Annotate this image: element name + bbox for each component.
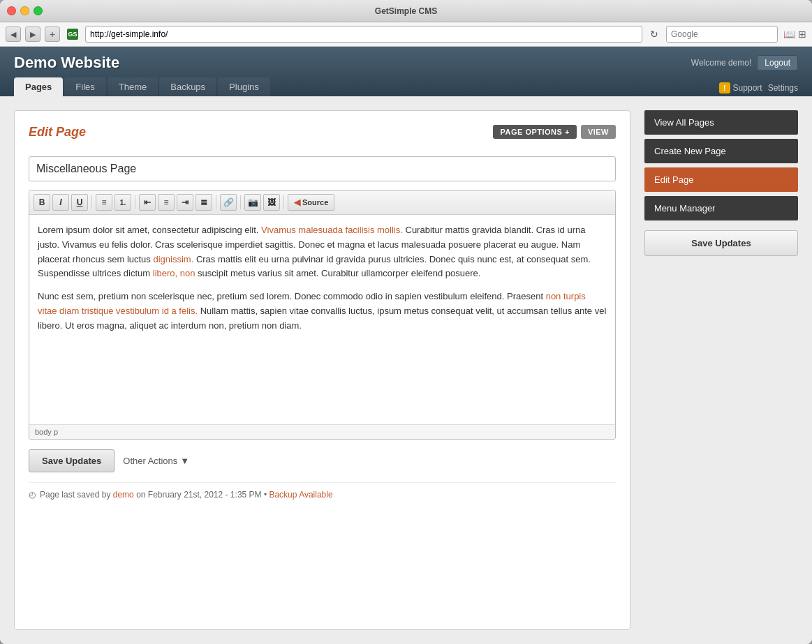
- tab-plugins[interactable]: Plugins: [218, 77, 270, 96]
- editor-tag-indicator: body p: [35, 428, 58, 436]
- page-info-user-link[interactable]: demo: [113, 490, 134, 500]
- forward-button[interactable]: ▶: [25, 27, 40, 42]
- minimize-button[interactable]: [20, 6, 29, 15]
- editor-wrapper: B I U ≡ 1. ⇤ ≡ ⇥ ≣ 🔗 📷 🖼: [29, 190, 616, 440]
- link-button[interactable]: 🔗: [220, 194, 237, 211]
- page-options-button[interactable]: PAGE OPTIONS +: [493, 125, 576, 139]
- chevron-down-icon: ▼: [180, 456, 189, 466]
- create-new-page-button[interactable]: Create New Page: [644, 139, 798, 163]
- back-button[interactable]: ◀: [6, 27, 21, 42]
- toolbar-separator-5: [283, 195, 284, 209]
- editor-content[interactable]: Lorem ipsum dolor sit amet, consectetur …: [29, 215, 615, 424]
- view-button[interactable]: VIEW: [581, 125, 616, 139]
- menu-manager-button[interactable]: Menu Manager: [644, 196, 798, 220]
- content-paragraph-1: Lorem ipsum dolor sit amet, consectetur …: [38, 223, 607, 281]
- source-button[interactable]: ◀ Source: [288, 194, 334, 211]
- page-info-footer: ◴ Page last saved by demo on February 21…: [29, 482, 616, 500]
- page-section-title: Edit Page: [29, 125, 86, 140]
- italic-button[interactable]: I: [52, 194, 69, 211]
- search-input[interactable]: [666, 26, 778, 43]
- align-center-button[interactable]: ≡: [158, 194, 175, 211]
- toolbar-separator-4: [240, 195, 241, 209]
- align-justify-button[interactable]: ≣: [195, 194, 212, 211]
- tab-files[interactable]: Files: [64, 77, 105, 96]
- page-info-text: Page last saved by demo on February 21st…: [40, 490, 333, 500]
- window-controls: [7, 6, 43, 15]
- cms-logo: Demo Website: [14, 54, 119, 72]
- nav-tabs: Pages Files Theme Backups Plugins: [14, 77, 270, 96]
- edit-page-button[interactable]: Edit Page: [644, 167, 798, 192]
- url-input[interactable]: [85, 26, 642, 43]
- toolbar-separator-1: [91, 195, 92, 209]
- gs-favicon: GS: [67, 29, 78, 40]
- browser-bar: ◀ ▶ + GS ↻ 📖 ⊞: [0, 22, 812, 47]
- editor-footer: body p: [29, 424, 615, 439]
- support-badge: !: [719, 82, 730, 93]
- other-actions-button[interactable]: Other Actions ▼: [123, 456, 189, 466]
- window-title: GetSimple CMS: [375, 6, 437, 16]
- toolbar-separator-3: [216, 195, 216, 209]
- logout-button[interactable]: Logout: [757, 55, 798, 70]
- maximize-button[interactable]: [34, 6, 43, 15]
- backup-link[interactable]: Backup Available: [269, 490, 332, 500]
- cms-header: Demo Website Welcome demo! Logout Pages …: [0, 47, 812, 96]
- support-label: Support: [733, 83, 762, 93]
- bold-button[interactable]: B: [34, 194, 50, 211]
- save-updates-button[interactable]: Save Updates: [29, 449, 115, 472]
- view-all-pages-button[interactable]: View All Pages: [644, 110, 798, 135]
- tab-pages[interactable]: Pages: [14, 77, 63, 96]
- tab-backups[interactable]: Backups: [159, 77, 216, 96]
- toolbar-separator-2: [135, 195, 135, 209]
- align-right-button[interactable]: ⇥: [177, 194, 193, 211]
- tab-theme[interactable]: Theme: [108, 77, 158, 96]
- sidebar-save-button[interactable]: Save Updates: [644, 230, 798, 256]
- underline-button[interactable]: U: [71, 194, 88, 211]
- content-area: Edit Page PAGE OPTIONS + VIEW B I U ≡ 1.…: [0, 96, 812, 644]
- welcome-message: Welcome demo!: [691, 58, 751, 68]
- ul-button[interactable]: ≡: [96, 194, 112, 211]
- main-panel: Edit Page PAGE OPTIONS + VIEW B I U ≡ 1.…: [14, 110, 630, 630]
- image1-button[interactable]: 📷: [244, 194, 261, 211]
- editor-toolbar: B I U ≡ 1. ⇤ ≡ ⇥ ≣ 🔗 📷 🖼: [29, 190, 615, 215]
- reload-button[interactable]: ↻: [647, 27, 662, 42]
- app-window: GetSimple CMS ◀ ▶ + GS ↻ 📖 ⊞ Demo Websit…: [0, 0, 812, 644]
- close-button[interactable]: [7, 6, 16, 15]
- support-button[interactable]: ! Support: [719, 82, 762, 93]
- bookmarks-icon[interactable]: 📖: [783, 29, 795, 40]
- add-tab-button[interactable]: +: [45, 27, 60, 42]
- sidebar: View All Pages Create New Page Edit Page…: [644, 110, 798, 630]
- title-bar: GetSimple CMS: [0, 0, 812, 22]
- page-title-input[interactable]: [29, 156, 616, 181]
- settings-button[interactable]: Settings: [768, 83, 798, 93]
- content-paragraph-2: Nunc est sem, pretium non scelerisque ne…: [38, 290, 607, 333]
- grid-icon[interactable]: ⊞: [798, 29, 806, 40]
- align-left-button[interactable]: ⇤: [139, 194, 156, 211]
- image2-button[interactable]: 🖼: [263, 194, 280, 211]
- ol-button[interactable]: 1.: [115, 194, 131, 211]
- clock-icon: ◴: [29, 490, 36, 500]
- bottom-buttons: Save Updates Other Actions ▼: [29, 449, 616, 472]
